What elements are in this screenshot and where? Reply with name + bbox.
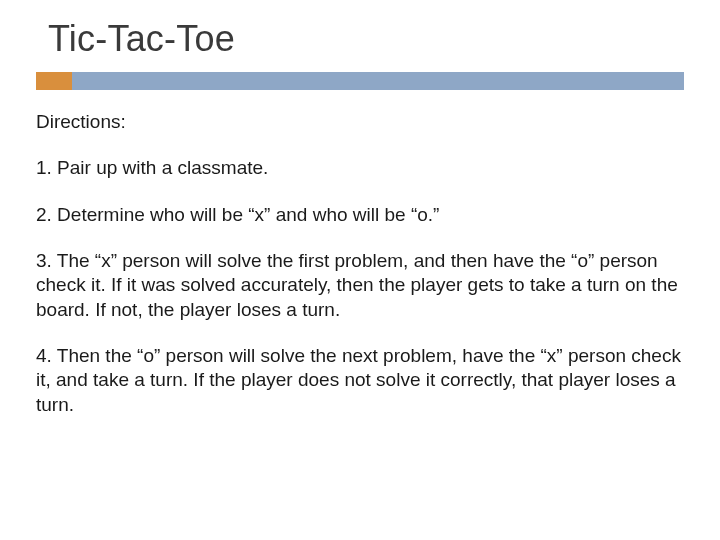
divider-accent (36, 72, 72, 90)
slide: Tic-Tac-Toe Directions: 1. Pair up with … (0, 0, 720, 540)
content-area: Directions: 1. Pair up with a classmate.… (36, 110, 684, 417)
step-1: 1. Pair up with a classmate. (36, 156, 684, 180)
directions-label: Directions: (36, 110, 684, 134)
title-divider (36, 72, 684, 90)
page-title: Tic-Tac-Toe (48, 18, 684, 60)
step-3: 3. The “x” person will solve the first p… (36, 249, 684, 322)
step-2: 2. Determine who will be “x” and who wil… (36, 203, 684, 227)
step-4: 4. Then the “o” person will solve the ne… (36, 344, 684, 417)
